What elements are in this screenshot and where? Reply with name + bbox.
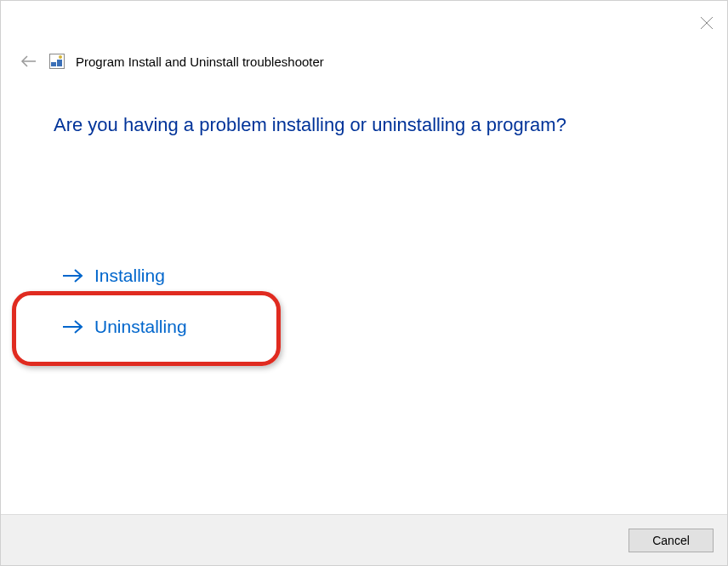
app-icon — [48, 53, 65, 70]
svg-rect-4 — [51, 62, 56, 66]
back-button[interactable] — [20, 52, 38, 71]
arrow-right-icon — [60, 317, 86, 336]
cancel-button[interactable]: Cancel — [628, 529, 714, 552]
header-title: Program Install and Uninstall troublesho… — [76, 54, 324, 69]
back-arrow-icon — [20, 54, 37, 68]
svg-rect-5 — [57, 60, 62, 66]
close-icon — [700, 16, 714, 30]
option-label: Installing — [94, 266, 165, 286]
question-heading: Are you having a problem installing or u… — [54, 113, 674, 138]
svg-point-6 — [59, 55, 62, 59]
options-list: Installing Uninstalling — [54, 266, 674, 337]
option-uninstalling[interactable]: Uninstalling — [60, 317, 187, 337]
header-row: Program Install and Uninstall troublesho… — [1, 43, 727, 79]
option-label: Uninstalling — [94, 317, 187, 337]
close-button[interactable] — [698, 14, 715, 31]
arrow-right-icon — [60, 266, 86, 285]
option-installing[interactable]: Installing — [60, 266, 165, 286]
title-bar — [1, 1, 727, 43]
main-content: Are you having a problem installing or u… — [1, 79, 727, 337]
footer: Cancel — [1, 514, 727, 565]
